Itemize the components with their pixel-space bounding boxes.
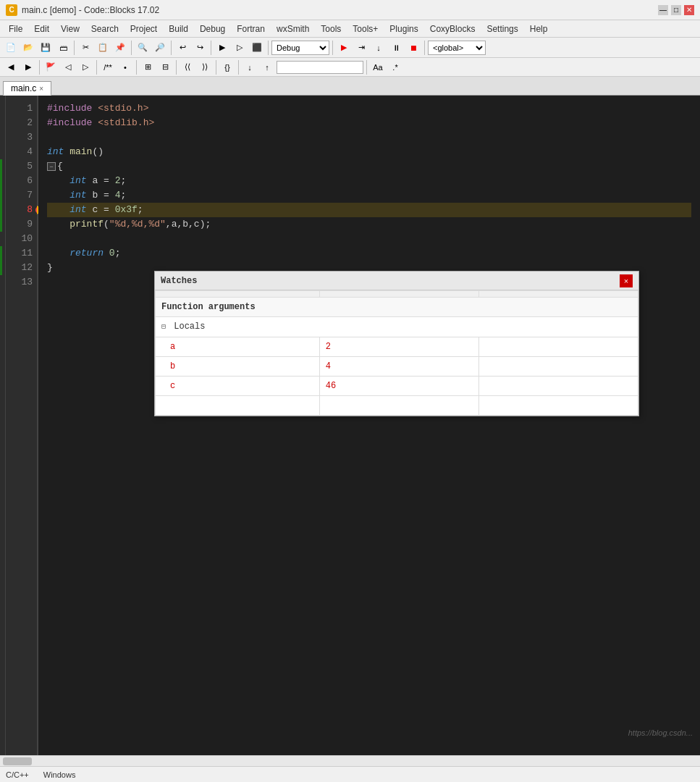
redo-button[interactable]: ↪ <box>192 40 208 56</box>
paste-button[interactable]: 📌 <box>112 40 128 56</box>
line-num-7: 7 <box>10 188 33 203</box>
find-replace-button[interactable]: 🔎 <box>152 40 168 56</box>
debug-run-button[interactable]: ▶ <box>336 40 352 56</box>
sep5 <box>268 41 269 55</box>
indicator-6-green <box>0 174 2 188</box>
bookmark-next-button[interactable]: ▷ <box>77 59 93 75</box>
open-button[interactable]: 📂 <box>20 40 36 56</box>
line-num-6: 6 <box>10 174 33 188</box>
tab-main-c[interactable]: main.c × <box>3 81 51 96</box>
status-language: C/C++ <box>6 770 29 779</box>
find-prev-btn[interactable]: ↑ <box>259 59 275 75</box>
fold-button[interactable]: ⊞ <box>140 59 156 75</box>
menu-search[interactable]: Search <box>85 22 125 35</box>
search-input[interactable] <box>277 61 363 74</box>
undo-button[interactable]: ↩ <box>174 40 190 56</box>
bookmark-prev-button[interactable]: ◁ <box>60 59 76 75</box>
indicator-8-green <box>0 203 2 217</box>
hscroll-bar[interactable] <box>0 755 700 766</box>
watches-panel: Watches × <box>154 271 639 416</box>
watches-func-args-row: Function arguments <box>156 298 638 317</box>
watches-var-c-value: 46 <box>319 377 478 396</box>
hscroll-thumb[interactable] <box>3 757 32 765</box>
case-btn[interactable]: Aa <box>370 59 386 75</box>
code-line-5: −{ <box>47 159 691 174</box>
save-button[interactable]: 💾 <box>38 40 54 56</box>
run-button[interactable]: ▷ <box>232 40 248 56</box>
prev-jump-button[interactable]: ⟨⟨ <box>180 59 195 75</box>
line-numbers: 1 2 3 4 5 6 7 8 9 10 11 12 13 <box>6 96 38 766</box>
menu-tools[interactable]: Tools <box>315 22 347 35</box>
save-all-button[interactable]: 🗃 <box>55 40 71 56</box>
line-num-8: 8 <box>10 203 33 217</box>
code-line-6: int a = 2; <box>47 174 691 188</box>
line-num-12: 12 <box>10 261 33 275</box>
code-line-1: #include <stdio.h> <box>47 101 691 116</box>
global-select[interactable]: <global> <box>428 41 486 55</box>
toolbar-secondary: ◀ ▶ 🚩 ◁ ▷ /** • ⊞ ⊟ ⟨⟨ ⟩⟩ {} ↓ ↑ Aa .* <box>0 58 700 77</box>
menu-project[interactable]: Project <box>125 22 163 35</box>
line-num-10: 10 <box>10 232 33 246</box>
tab-close-icon[interactable]: × <box>39 85 43 93</box>
cut-button[interactable]: ✂ <box>77 40 93 56</box>
line-num-11: 11 <box>10 246 33 261</box>
debug-pause-button[interactable]: ⏸ <box>388 40 404 56</box>
unfold-button[interactable]: ⊟ <box>157 59 173 75</box>
code-line-9: printf("%d,%d,%d",a,b,c); <box>47 217 691 232</box>
stop-button[interactable]: ⬛ <box>249 40 265 56</box>
watches-var-b-value: 4 <box>319 357 478 377</box>
maximize-button[interactable]: □ <box>671 5 681 15</box>
new-button[interactable]: 📄 <box>3 40 19 56</box>
forward-button[interactable]: ▶ <box>20 59 36 75</box>
next-jump-button[interactable]: ⟩⟩ <box>197 59 213 75</box>
menu-build[interactable]: Build <box>163 22 194 35</box>
watches-var-a-row: a 2 <box>156 337 638 357</box>
sep10 <box>136 60 137 75</box>
menu-help[interactable]: Help <box>524 22 554 35</box>
debug-stop-button[interactable]: ⏹ <box>405 40 421 56</box>
watches-col-type <box>478 291 638 298</box>
build-button[interactable]: ▶ <box>214 40 230 56</box>
watermark: https://blog.csdn... <box>628 728 693 737</box>
watches-var-b-name: b <box>156 357 320 377</box>
sep7 <box>424 41 425 55</box>
line-num-13: 13 <box>10 275 33 290</box>
match-brace-button[interactable]: {} <box>219 59 235 75</box>
copy-button[interactable]: 📋 <box>95 40 111 56</box>
watches-func-args-label: Function arguments <box>156 298 638 317</box>
comment-button[interactable]: /** <box>100 59 116 75</box>
debug-next-button[interactable]: ⇥ <box>353 40 369 56</box>
menu-fortran[interactable]: Fortran <box>231 22 271 35</box>
watches-table: Function arguments ⊟ Locals a 2 <box>155 290 638 416</box>
menu-doxyblocks[interactable]: CoxyBlocks <box>424 22 481 35</box>
debug-select[interactable]: Debug Release <box>271 41 329 55</box>
app-icon: C <box>6 4 17 16</box>
bookmark-toggle-button[interactable]: 🚩 <box>43 59 59 75</box>
watches-var-c-row: c 46 <box>156 377 638 396</box>
sep14 <box>366 60 367 75</box>
uncomment-button[interactable]: • <box>117 59 133 75</box>
regex-btn[interactable]: .* <box>387 59 403 75</box>
menu-file[interactable]: File <box>3 22 28 35</box>
close-button[interactable]: ✕ <box>684 5 694 15</box>
sep3 <box>171 41 172 55</box>
menu-view[interactable]: View <box>55 22 85 35</box>
menu-debug[interactable]: Debug <box>194 22 231 35</box>
menu-wxsmith[interactable]: wxSmith <box>271 22 315 35</box>
watches-close-button[interactable]: × <box>620 274 633 287</box>
menu-settings[interactable]: Settings <box>481 22 523 35</box>
fold-marker-5[interactable]: − <box>47 162 56 171</box>
toolbar-main: 📄 📂 💾 🗃 ✂ 📋 📌 🔍 🔎 ↩ ↪ ▶ ▷ ⬛ Debug Releas… <box>0 38 700 58</box>
expand-icon[interactable]: ⊟ <box>161 323 166 331</box>
debug-step-button[interactable]: ↓ <box>371 40 387 56</box>
menu-plugins[interactable]: Plugins <box>384 22 423 35</box>
back-button[interactable]: ◀ <box>3 59 19 75</box>
find-next-btn[interactable]: ↓ <box>242 59 258 75</box>
sep9 <box>96 60 97 75</box>
menu-edit[interactable]: Edit <box>28 22 55 35</box>
watches-var-c-type <box>478 377 638 396</box>
menu-toolsplus[interactable]: Tools+ <box>347 22 384 35</box>
minimize-button[interactable]: — <box>658 5 668 15</box>
code-editor[interactable]: #include <stdio.h> #include <stdlib.h> i… <box>38 96 700 766</box>
find-button[interactable]: 🔍 <box>135 40 151 56</box>
